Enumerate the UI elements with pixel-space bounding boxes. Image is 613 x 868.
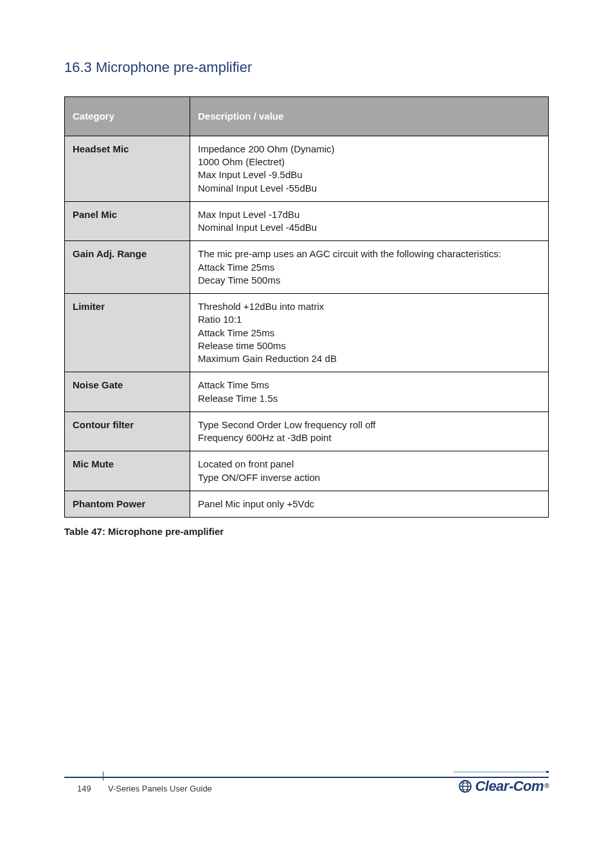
table-row: Panel Mic Max Input Level -17dBuNominal …	[65, 201, 549, 241]
table-row: Gain Adj. Range The mic pre-amp uses an …	[65, 241, 549, 294]
section-title: 16.3 Microphone pre-amplifier	[64, 58, 549, 77]
table-row: Mic Mute Located on front panelType ON/O…	[65, 451, 549, 491]
cell-description: Panel Mic input only +5Vdc	[190, 491, 549, 517]
table-row: Limiter Threshold +12dBu into matrixRati…	[65, 294, 549, 372]
table-row: Contour filter Type Second Order Low fre…	[65, 411, 549, 451]
cell-description: Impedance 200 Ohm (Dynamic)1000 Ohm (Ele…	[190, 136, 549, 201]
cell-description: The mic pre-amp uses an AGC circuit with…	[190, 241, 549, 294]
cell-description: Attack Time 5msRelease Time 1.5s	[190, 372, 549, 412]
cell-category: Limiter	[65, 294, 190, 372]
table-caption: Table 47: Microphone pre-amplifier	[64, 525, 549, 538]
registered-icon: ®	[544, 782, 549, 791]
cell-description: Max Input Level -17dBuNominal Input Leve…	[190, 201, 549, 241]
footer-tick	[103, 772, 103, 781]
cell-description: Threshold +12dBu into matrixRatio 10:1At…	[190, 294, 549, 372]
table-row: Phantom Power Panel Mic input only +5Vdc	[65, 491, 549, 517]
svg-rect-1	[546, 771, 549, 773]
footer-logo: Clear-Com®	[458, 777, 549, 796]
cell-category: Contour filter	[65, 411, 190, 451]
footer-page-number: 149	[77, 783, 91, 795]
cell-category: Phantom Power	[65, 491, 190, 517]
footer-accent-bar	[454, 765, 549, 769]
footer-doc-title: V-Series Panels User Guide	[108, 783, 212, 795]
table-row: Headset Mic Impedance 200 Ohm (Dynamic)1…	[65, 136, 549, 201]
cell-description: Located on front panelType ON/OFF invers…	[190, 451, 549, 491]
col-header-description: Description / value	[190, 96, 549, 136]
cell-category: Headset Mic	[65, 136, 190, 201]
globe-icon	[458, 779, 472, 793]
cell-category: Noise Gate	[65, 372, 190, 412]
svg-rect-0	[454, 771, 549, 773]
cell-category: Panel Mic	[65, 201, 190, 241]
cell-category: Gain Adj. Range	[65, 241, 190, 294]
cell-category: Mic Mute	[65, 451, 190, 491]
table-row: Noise Gate Attack Time 5msRelease Time 1…	[65, 372, 549, 412]
spec-table: Category Description / value Headset Mic…	[64, 96, 549, 518]
col-header-category: Category	[65, 96, 190, 136]
footer-logo-text: Clear-Com	[475, 777, 544, 796]
cell-description: Type Second Order Low frequency roll off…	[190, 411, 549, 451]
